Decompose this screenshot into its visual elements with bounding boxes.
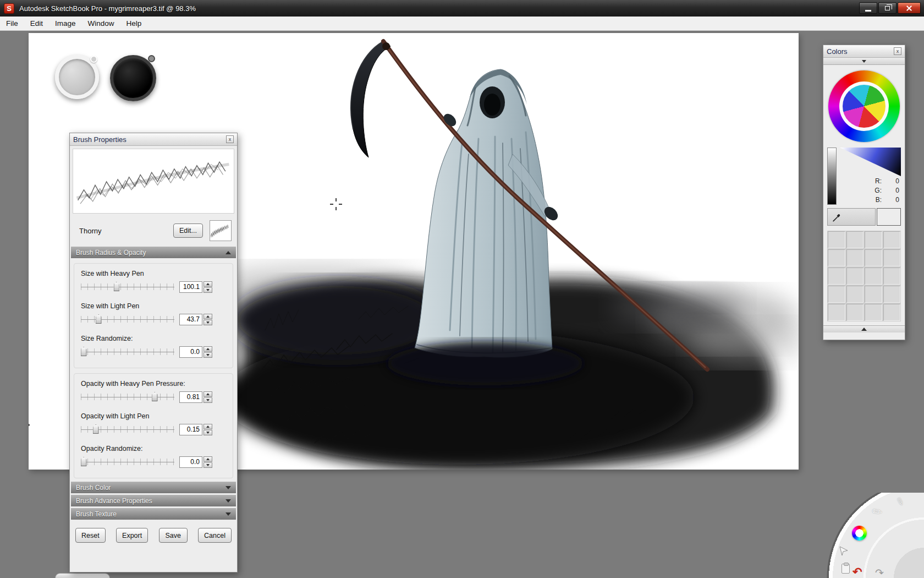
window-titlebar[interactable]: S Autodesk SketchBook Pro - mygrimreaper… (0, 0, 924, 17)
spinner-down-button[interactable] (204, 430, 212, 435)
swatch-cell[interactable] (865, 268, 882, 285)
opacity-light-pen-slider[interactable] (81, 423, 174, 435)
close-button[interactable] (898, 2, 921, 14)
swatch-cell[interactable] (883, 304, 901, 321)
slider-value-input[interactable] (179, 314, 202, 325)
clipboard-icon[interactable] (842, 564, 850, 574)
swatch-cell[interactable] (883, 268, 901, 285)
edit-brush-button[interactable]: Edit... (173, 223, 203, 238)
swatch-cell[interactable] (846, 304, 864, 321)
brush-panel-title: Brush Properties (73, 135, 127, 144)
colors-panel-titlebar[interactable]: Colors x (823, 45, 905, 58)
swatch-cell[interactable] (883, 231, 901, 248)
spinner-down-button[interactable] (204, 397, 212, 403)
pencil-icon[interactable]: ✎ (895, 496, 906, 508)
spinner-down-button[interactable] (204, 462, 212, 468)
slider-label: Size Randomize: (81, 335, 230, 342)
stylus-icon[interactable]: ✎ (870, 504, 884, 519)
menu-help[interactable]: Help (120, 17, 148, 30)
menu-window[interactable]: Window (82, 17, 120, 30)
spinner-down-button[interactable] (204, 352, 212, 358)
restore-button[interactable] (878, 2, 897, 14)
spinner-up-button[interactable] (204, 391, 212, 397)
undo-icon[interactable]: ↶ (853, 566, 862, 577)
brush-panel-footer: Reset Export Save Cancel (70, 520, 237, 543)
spinner-down-button[interactable] (204, 287, 212, 293)
value-spinner (204, 281, 212, 293)
menu-edit[interactable]: Edit (24, 17, 49, 30)
slider-value-input[interactable] (179, 391, 202, 403)
slider-value-input[interactable] (179, 346, 202, 358)
r-value: 0 (890, 177, 899, 185)
value-spinner (204, 346, 212, 358)
spinner-up-button[interactable] (204, 346, 212, 352)
colors-collapse-bottom[interactable] (823, 325, 905, 332)
save-button[interactable]: Save (159, 528, 188, 543)
swatch-cell[interactable] (828, 231, 845, 248)
swatch-cell[interactable] (828, 249, 845, 266)
puck-notch (90, 56, 97, 63)
swatch-cell[interactable] (846, 249, 864, 266)
panel-close-icon[interactable]: x (894, 47, 901, 55)
swatch-cell[interactable] (865, 286, 882, 303)
menu-file[interactable]: File (0, 17, 24, 30)
corner-lagoon-widget[interactable]: ✎ ✎ ↶ ↷ (817, 493, 924, 578)
brush-panel-titlebar[interactable]: Brush Properties x (70, 133, 237, 146)
swatch-cell[interactable] (828, 286, 845, 303)
swatch-cell[interactable] (883, 286, 901, 303)
spinner-up-button[interactable] (204, 456, 212, 462)
color-puck[interactable] (110, 55, 156, 101)
spinner-up-button[interactable] (204, 314, 212, 319)
cursor-arrow-icon[interactable] (838, 546, 849, 558)
b-value: 0 (890, 196, 899, 204)
minimize-button[interactable] (859, 2, 877, 14)
menu-image[interactable]: Image (49, 17, 82, 30)
slider-label: Size with Heavy Pen (81, 270, 230, 277)
luminance-strip[interactable] (827, 148, 837, 205)
size-heavy-pen-slider[interactable] (81, 281, 174, 293)
swatch-cell[interactable] (846, 268, 864, 285)
value-spinner (204, 391, 212, 403)
eyedropper-button[interactable] (827, 208, 876, 226)
saturation-value-triangle[interactable] (840, 148, 901, 176)
swatch-cell[interactable] (865, 231, 882, 248)
swatch-cell[interactable] (828, 268, 845, 285)
swatch-cell[interactable] (865, 304, 882, 321)
slider-value-input[interactable] (179, 281, 202, 293)
collapse-up-icon (226, 251, 231, 254)
brush-thumbnail[interactable] (210, 220, 232, 241)
swatch-cell[interactable] (883, 249, 901, 266)
colors-panel-title: Colors (827, 47, 848, 56)
swatch-cell[interactable] (865, 249, 882, 266)
slider-value-input[interactable] (179, 456, 202, 468)
value-spinner (204, 314, 212, 325)
slider-value-input[interactable] (179, 424, 202, 435)
size-randomize-slider[interactable] (81, 346, 174, 358)
reset-button[interactable]: Reset (75, 528, 106, 543)
export-button[interactable]: Export (116, 528, 148, 543)
size-light-pen-slider[interactable] (81, 313, 174, 325)
color-wheel[interactable] (828, 70, 900, 142)
spinner-up-button[interactable] (204, 424, 212, 429)
color-wheel-pie[interactable] (843, 85, 886, 128)
section-brush-radius-opacity[interactable]: Brush Radius & Opacity (71, 247, 236, 258)
section-brush-advance-properties[interactable]: Brush Advance Properties (71, 495, 236, 506)
bottom-left-corner-widget[interactable] (55, 573, 110, 578)
cancel-button[interactable]: Cancel (198, 528, 232, 543)
color-puck-icon[interactable] (852, 526, 867, 541)
redo-icon[interactable]: ↷ (875, 568, 884, 578)
panel-close-icon[interactable]: x (226, 135, 234, 143)
swatch-cell[interactable] (828, 304, 845, 321)
colors-collapse-top[interactable] (823, 58, 905, 65)
app-logo-icon: S (4, 3, 14, 14)
spinner-down-button[interactable] (204, 320, 212, 325)
opacity-heavy-pen-slider[interactable] (81, 391, 174, 403)
opacity-randomize-slider[interactable] (81, 456, 174, 468)
spinner-up-button[interactable] (204, 281, 212, 287)
section-brush-texture[interactable]: Brush Texture (71, 508, 236, 520)
swatch-cell[interactable] (846, 286, 864, 303)
current-color-swatch[interactable] (877, 208, 901, 226)
swatch-cell[interactable] (846, 231, 864, 248)
brush-puck[interactable] (55, 55, 99, 99)
section-brush-color[interactable]: Brush Color (71, 482, 236, 493)
